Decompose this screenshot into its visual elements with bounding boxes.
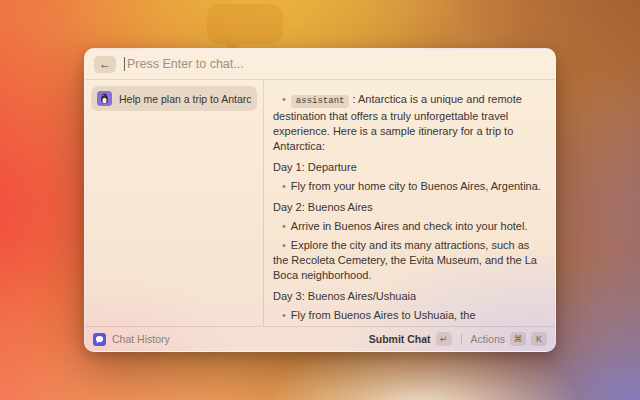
statusbar-left: Chat History bbox=[93, 333, 363, 346]
chat-text: Arrive in Buenos Aires and check into yo… bbox=[291, 220, 528, 232]
chat-transcript[interactable]: •assistant : Antarctica is a unique and … bbox=[264, 80, 555, 326]
actions-button[interactable]: Actions ⌘ K bbox=[471, 332, 547, 346]
topbar: ← Press Enter to chat... bbox=[85, 49, 555, 80]
command-key-icon: ⌘ bbox=[510, 332, 526, 346]
chat-text: Fly from Buenos Aires to Ushuaia, the so… bbox=[273, 309, 476, 326]
sidebar: Help me plan a trip to Antarctica bbox=[85, 80, 264, 326]
statusbar: Chat History Submit Chat ↵ Actions ⌘ K bbox=[85, 326, 555, 351]
penguin-emoji-icon bbox=[97, 91, 112, 106]
bullet-icon: • bbox=[282, 309, 286, 321]
bullet-icon: • bbox=[282, 180, 286, 192]
chat-day-heading: Day 3: Buenos Aires/Ushuaia bbox=[273, 289, 543, 304]
chat-text: Explore the city and its many attraction… bbox=[273, 239, 537, 281]
chat-bullet-item: •assistant : Antarctica is a unique and … bbox=[273, 92, 543, 154]
chat-history-label: Chat History bbox=[112, 333, 170, 345]
chat-input[interactable]: Press Enter to chat... bbox=[124, 49, 546, 79]
chat-day-heading: Day 1: Departure bbox=[273, 160, 543, 175]
return-key-icon: ↵ bbox=[436, 332, 452, 346]
chat-input-placeholder: Press Enter to chat... bbox=[127, 57, 244, 71]
bullet-icon: • bbox=[282, 220, 286, 232]
statusbar-divider bbox=[461, 334, 462, 345]
submit-chat-button[interactable]: Submit Chat ↵ bbox=[369, 332, 452, 346]
actions-label: Actions bbox=[471, 333, 505, 345]
chat-bullet-item: •Arrive in Buenos Aires and check into y… bbox=[273, 219, 543, 234]
k-key-icon: K bbox=[531, 332, 547, 346]
chat-bullet-item: •Fly from Buenos Aires to Ushuaia, the s… bbox=[273, 308, 543, 326]
submit-chat-label: Submit Chat bbox=[369, 333, 431, 345]
chat-bullet-item: •Explore the city and its many attractio… bbox=[273, 238, 543, 283]
chat-day-heading: Day 2: Buenos Aires bbox=[273, 200, 543, 215]
chat-window: ← Press Enter to chat... bbox=[84, 48, 556, 352]
arrow-left-icon: ← bbox=[99, 58, 111, 70]
window-body: Help me plan a trip to Antarctica •assis… bbox=[85, 80, 555, 326]
bullet-icon: • bbox=[282, 93, 286, 105]
text-caret bbox=[124, 57, 125, 71]
chat-text: Fly from your home city to Buenos Aires,… bbox=[291, 180, 541, 192]
sidebar-item-label: Help me plan a trip to Antarctica bbox=[119, 93, 251, 105]
chat-bullet-item: •Fly from your home city to Buenos Aires… bbox=[273, 179, 543, 194]
assistant-role-badge: assistant bbox=[291, 95, 350, 108]
bullet-icon: • bbox=[282, 239, 286, 251]
back-button[interactable]: ← bbox=[94, 56, 116, 73]
chat-bubble-app-icon bbox=[93, 333, 106, 346]
sidebar-item-chat[interactable]: Help me plan a trip to Antarctica bbox=[91, 86, 257, 111]
